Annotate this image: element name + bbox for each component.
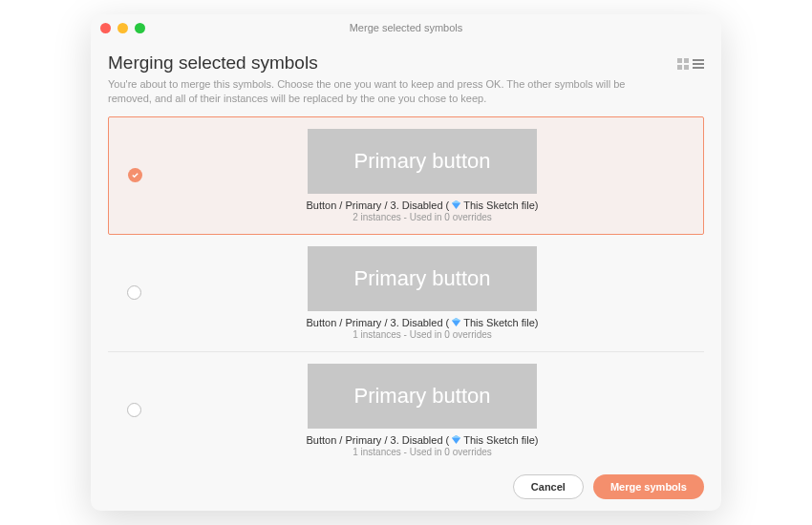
symbol-row[interactable]: Primary buttonButton / Primary / 3. Disa…	[108, 352, 704, 463]
cancel-button[interactable]: Cancel	[513, 474, 584, 499]
window-title: Merge selected symbols	[91, 22, 721, 33]
svg-rect-5	[693, 63, 704, 65]
symbol-list: Primary buttonButton / Primary / 3. Disa…	[108, 116, 704, 463]
view-toggle	[677, 58, 704, 70]
svg-rect-0	[677, 58, 682, 63]
symbol-meta: 1 instances - Used in 0 overrides	[353, 447, 492, 457]
symbol-preview: Primary button	[308, 129, 537, 194]
radio-col	[119, 403, 148, 417]
grid-view-icon[interactable]	[677, 58, 689, 70]
symbol-path-prefix: Button / Primary / 3. Disabled (	[306, 200, 449, 211]
list-view-icon[interactable]	[693, 58, 704, 70]
symbol-path: Button / Primary / 3. Disabled ( This Sk…	[306, 200, 538, 211]
radio-unchecked-icon[interactable]	[127, 403, 141, 417]
radio-col	[119, 285, 148, 300]
svg-marker-12	[452, 435, 460, 438]
symbol-body: Primary buttonButton / Primary / 3. Disa…	[149, 129, 695, 222]
symbol-path: Button / Primary / 3. Disabled ( This Sk…	[306, 434, 538, 446]
footer: Cancel Merge symbols	[91, 463, 721, 511]
symbol-path-suffix: This Sketch file)	[463, 434, 538, 446]
symbol-preview: Primary button	[308, 246, 537, 311]
svg-rect-3	[684, 65, 689, 70]
svg-rect-6	[693, 67, 704, 69]
radio-checked-icon[interactable]	[128, 168, 142, 182]
content-area: Merging selected symbols You're about to…	[91, 41, 721, 463]
symbol-meta: 2 instances - Used in 0 overrides	[353, 212, 492, 222]
symbol-path-suffix: This Sketch file)	[463, 317, 538, 328]
symbol-path-prefix: Button / Primary / 3. Disabled (	[306, 434, 449, 446]
diamond-icon	[451, 317, 461, 327]
symbol-path-prefix: Button / Primary / 3. Disabled (	[306, 317, 449, 328]
radio-col	[120, 168, 149, 182]
page-title: Merging selected symbols	[108, 52, 643, 74]
svg-marker-8	[452, 200, 460, 203]
symbol-path: Button / Primary / 3. Disabled ( This Sk…	[306, 317, 538, 328]
merge-button[interactable]: Merge symbols	[593, 474, 704, 499]
svg-rect-1	[684, 58, 689, 63]
titlebar: Merge selected symbols	[91, 14, 721, 41]
diamond-icon	[451, 200, 461, 210]
symbol-body: Primary buttonButton / Primary / 3. Disa…	[148, 364, 696, 457]
radio-unchecked-icon[interactable]	[127, 285, 141, 300]
svg-marker-10	[452, 318, 460, 321]
symbol-row[interactable]: Primary buttonButton / Primary / 3. Disa…	[108, 116, 704, 235]
page-description: You're about to merge this symbols. Choo…	[108, 77, 643, 107]
symbol-preview: Primary button	[308, 364, 537, 429]
merge-window: Merge selected symbols Merging selected …	[91, 14, 721, 511]
svg-rect-4	[693, 59, 704, 61]
svg-rect-2	[677, 65, 682, 70]
symbol-meta: 1 instances - Used in 0 overrides	[353, 329, 492, 340]
symbol-path-suffix: This Sketch file)	[463, 200, 538, 211]
diamond-icon	[451, 434, 461, 445]
symbol-row[interactable]: Primary buttonButton / Primary / 3. Disa…	[108, 235, 704, 352]
symbol-body: Primary buttonButton / Primary / 3. Disa…	[148, 246, 696, 340]
